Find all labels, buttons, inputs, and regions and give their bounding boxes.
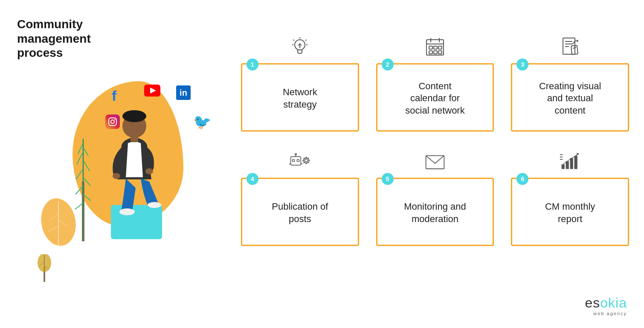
- brand-name: esokia: [585, 295, 627, 311]
- svg-point-4: [119, 208, 135, 215]
- card-text-5: Monitoring andmoderation: [404, 201, 466, 225]
- svg-point-64: [305, 159, 308, 162]
- card-number-1: 1: [247, 59, 258, 70]
- svg-line-70: [308, 162, 309, 163]
- brand-sub: web agency: [593, 311, 627, 316]
- svg-point-30: [114, 119, 115, 120]
- svg-rect-46: [429, 51, 432, 54]
- leaf-orange: [39, 196, 78, 248]
- person-figure: [90, 102, 175, 222]
- small-plant: [35, 254, 54, 282]
- brand-name-dark: es: [585, 295, 600, 310]
- facebook-icon: f: [112, 88, 116, 104]
- card-wrapper-5: 5 Monitoring andmoderation: [376, 149, 494, 246]
- illustration: f in 🐦: [13, 47, 235, 303]
- svg-point-29: [111, 120, 114, 123]
- card-wrapper-1: 1 Networkstrategy: [241, 34, 359, 132]
- svg-line-71: [308, 158, 309, 158]
- svg-line-16: [78, 143, 83, 154]
- brand-name-accent: okia: [600, 295, 627, 310]
- card-number-4: 4: [247, 173, 258, 185]
- card-number-2: 2: [382, 59, 394, 70]
- card-3: 3 Creating visualand textualcontent: [511, 63, 629, 132]
- lightbulb-icon: [289, 34, 310, 60]
- svg-line-11: [76, 169, 83, 179]
- linkedin-icon: in: [176, 85, 191, 100]
- card-wrapper-6: 6 CM monthlyreport: [511, 149, 629, 246]
- robot-settings-icon: [289, 149, 310, 174]
- youtube-icon: [144, 85, 160, 97]
- svg-rect-48: [438, 51, 442, 54]
- card-wrapper-4: 4 Publication ofposts: [241, 149, 359, 246]
- chart-bars-icon: [560, 149, 581, 174]
- instagram-icon: [105, 114, 120, 129]
- edit-notepad-icon: [560, 34, 581, 60]
- twitter-icon: 🐦: [193, 113, 211, 130]
- card-1: 1 Networkstrategy: [241, 63, 359, 132]
- svg-point-60: [295, 153, 297, 155]
- card-text-1: Networkstrategy: [283, 86, 317, 111]
- svg-line-54: [573, 47, 576, 49]
- calendar-icon: [424, 34, 446, 60]
- svg-line-34: [305, 40, 307, 41]
- card-4: 4 Publication ofposts: [241, 178, 359, 246]
- card-text-3: Creating visualand textualcontent: [539, 80, 601, 117]
- card-text-2: Contentcalendar forsocial network: [405, 80, 464, 117]
- cards-grid: 1 Networkstrategy 2 Contentcalendar fors…: [232, 34, 638, 246]
- card-5: 5 Monitoring andmoderation: [376, 178, 494, 246]
- svg-rect-77: [574, 156, 577, 169]
- card-text-4: Publication ofposts: [272, 201, 328, 225]
- svg-rect-75: [566, 161, 569, 169]
- svg-line-35: [293, 40, 294, 41]
- svg-line-10: [83, 160, 90, 171]
- svg-point-5: [148, 202, 161, 208]
- svg-rect-74: [561, 164, 564, 169]
- brand: esokia web agency: [585, 295, 627, 316]
- envelope-icon: [424, 149, 446, 174]
- card-wrapper-3: 3 Creating visualand textualcontent: [511, 34, 629, 132]
- card-2: 2 Contentcalendar forsocial network: [376, 63, 494, 132]
- svg-rect-76: [570, 158, 573, 169]
- svg-point-2: [113, 173, 120, 179]
- svg-rect-43: [429, 46, 432, 49]
- svg-point-3: [145, 168, 153, 174]
- card-text-6: CM monthlyreport: [545, 201, 595, 225]
- svg-rect-44: [434, 46, 437, 49]
- svg-point-1: [122, 110, 146, 122]
- svg-line-69: [304, 158, 305, 158]
- card-number-3: 3: [516, 59, 528, 70]
- svg-point-57: [293, 159, 295, 161]
- svg-line-72: [304, 162, 305, 163]
- svg-point-58: [297, 159, 299, 161]
- svg-rect-6: [131, 135, 138, 142]
- svg-rect-47: [434, 51, 437, 54]
- svg-line-17: [83, 147, 88, 156]
- card-6: 6 CM monthlyreport: [511, 178, 629, 246]
- card-wrapper-2: 2 Contentcalendar forsocial network: [376, 34, 494, 132]
- svg-rect-45: [438, 46, 442, 49]
- card-number-5: 5: [382, 173, 394, 185]
- card-number-6: 6: [516, 173, 528, 185]
